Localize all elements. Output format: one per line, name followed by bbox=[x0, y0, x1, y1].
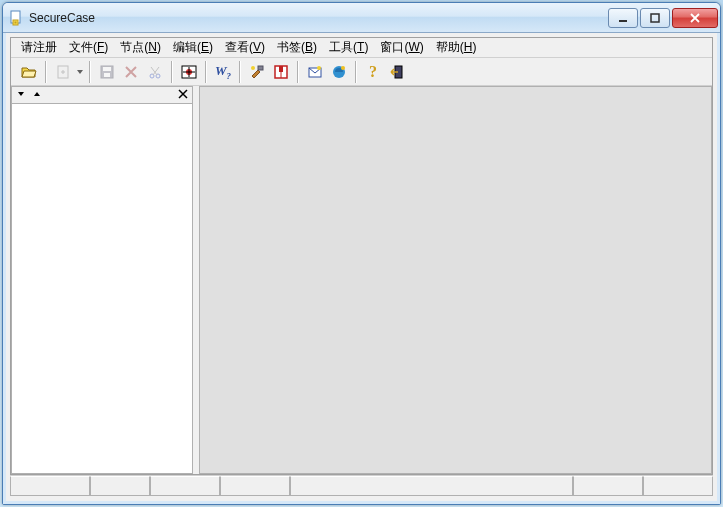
status-cell bbox=[90, 476, 150, 496]
window-title: SecureCase bbox=[29, 11, 608, 25]
menu-help[interactable]: 帮助(H) bbox=[430, 37, 483, 58]
target-button[interactable] bbox=[177, 60, 201, 84]
menu-edit[interactable]: 编辑(E) bbox=[167, 37, 219, 58]
status-cell bbox=[150, 476, 220, 496]
ie-icon bbox=[331, 64, 347, 80]
svg-rect-13 bbox=[258, 66, 263, 70]
close-button[interactable] bbox=[672, 8, 718, 28]
minimize-button[interactable] bbox=[608, 8, 638, 28]
client-area: 请注册 文件(F) 节点(N) 编辑(E) 查看(V) 书签(B) 工具(T) … bbox=[3, 33, 720, 504]
svg-rect-8 bbox=[104, 73, 110, 77]
menu-register[interactable]: 请注册 bbox=[15, 37, 63, 58]
svg-point-20 bbox=[341, 66, 345, 70]
status-cell bbox=[290, 476, 573, 496]
exit-icon bbox=[389, 64, 405, 80]
help-icon: ? bbox=[369, 63, 377, 81]
menu-window[interactable]: 窗口(W) bbox=[374, 37, 429, 58]
mail-button[interactable] bbox=[303, 60, 327, 84]
tree-header bbox=[11, 86, 193, 104]
delete-icon bbox=[123, 64, 139, 80]
separator bbox=[239, 61, 241, 83]
book-icon bbox=[273, 64, 289, 80]
delete-button[interactable] bbox=[119, 60, 143, 84]
status-cell bbox=[643, 476, 713, 496]
book-button[interactable] bbox=[269, 60, 293, 84]
svg-rect-16 bbox=[279, 66, 283, 72]
target-icon bbox=[180, 64, 198, 80]
svg-rect-4 bbox=[651, 14, 659, 22]
inner-frame: 请注册 文件(F) 节点(N) 编辑(E) 查看(V) 书签(B) 工具(T) … bbox=[10, 37, 713, 475]
main-split bbox=[11, 86, 712, 474]
svg-rect-2 bbox=[15, 21, 17, 23]
window-buttons bbox=[608, 8, 718, 28]
save-icon bbox=[99, 64, 115, 80]
tree-body[interactable] bbox=[11, 104, 193, 474]
close-pane-icon[interactable] bbox=[178, 88, 188, 102]
svg-rect-3 bbox=[619, 20, 627, 22]
new-icon bbox=[55, 64, 71, 80]
exit-button[interactable] bbox=[385, 60, 409, 84]
status-cell bbox=[573, 476, 643, 496]
app-window: SecureCase 请注册 文件(F) 节点(N) 编辑(E) 查看(V) 书… bbox=[2, 2, 721, 505]
toolbar: W? bbox=[11, 58, 712, 86]
separator bbox=[205, 61, 207, 83]
separator bbox=[45, 61, 47, 83]
status-cell bbox=[10, 476, 90, 496]
ie-button[interactable] bbox=[327, 60, 351, 84]
separator bbox=[355, 61, 357, 83]
app-icon bbox=[9, 10, 25, 26]
w-button[interactable]: W? bbox=[211, 60, 235, 84]
svg-point-14 bbox=[251, 66, 255, 70]
statusbar bbox=[10, 475, 713, 497]
svg-point-18 bbox=[317, 66, 321, 70]
hammer-icon bbox=[249, 64, 265, 80]
maximize-button[interactable] bbox=[640, 8, 670, 28]
titlebar: SecureCase bbox=[3, 3, 720, 33]
menu-tools[interactable]: 工具(T) bbox=[323, 37, 374, 58]
help-button[interactable]: ? bbox=[361, 60, 385, 84]
arrow-up-icon[interactable] bbox=[32, 88, 42, 102]
w-icon: W? bbox=[215, 63, 231, 81]
save-button[interactable] bbox=[95, 60, 119, 84]
new-button[interactable] bbox=[51, 60, 75, 84]
separator bbox=[89, 61, 91, 83]
dropdown-icon[interactable] bbox=[75, 68, 85, 76]
menu-view[interactable]: 查看(V) bbox=[219, 37, 271, 58]
menu-file[interactable]: 文件(F) bbox=[63, 37, 114, 58]
separator bbox=[297, 61, 299, 83]
svg-rect-7 bbox=[103, 67, 111, 71]
cut-button[interactable] bbox=[143, 60, 167, 84]
folder-open-icon bbox=[20, 64, 38, 80]
open-button[interactable] bbox=[17, 60, 41, 84]
arrow-down-icon[interactable] bbox=[16, 88, 26, 102]
separator bbox=[171, 61, 173, 83]
menu-node[interactable]: 节点(N) bbox=[114, 37, 167, 58]
tree-pane bbox=[11, 86, 193, 474]
content-pane[interactable] bbox=[199, 86, 712, 474]
status-cell bbox=[220, 476, 290, 496]
menu-bookmark[interactable]: 书签(B) bbox=[271, 37, 323, 58]
menubar: 请注册 文件(F) 节点(N) 编辑(E) 查看(V) 书签(B) 工具(T) … bbox=[11, 38, 712, 58]
scissors-icon bbox=[147, 64, 163, 80]
mail-icon bbox=[307, 64, 323, 80]
tool-button[interactable] bbox=[245, 60, 269, 84]
